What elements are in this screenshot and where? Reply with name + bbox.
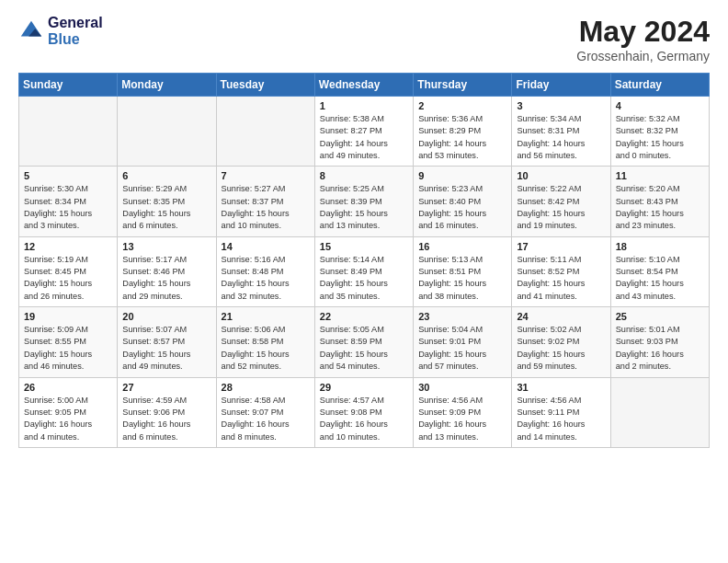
- day-info: Sunrise: 5:19 AM Sunset: 8:45 PM Dayligh…: [24, 254, 112, 303]
- calendar-cell: 22Sunrise: 5:05 AM Sunset: 8:59 PM Dayli…: [314, 307, 413, 377]
- day-info: Sunrise: 5:04 AM Sunset: 9:01 PM Dayligh…: [418, 324, 506, 373]
- day-info: Sunrise: 5:16 AM Sunset: 8:48 PM Dayligh…: [222, 254, 310, 303]
- calendar-cell: [610, 377, 709, 447]
- day-info: Sunrise: 5:38 AM Sunset: 8:27 PM Dayligh…: [320, 113, 408, 162]
- calendar-cell: 11Sunrise: 5:20 AM Sunset: 8:43 PM Dayli…: [610, 167, 709, 236]
- day-info: Sunrise: 5:14 AM Sunset: 8:49 PM Dayligh…: [320, 254, 408, 303]
- day-number: 23: [418, 311, 506, 322]
- day-number: 14: [222, 241, 310, 252]
- week-row-3: 12Sunrise: 5:19 AM Sunset: 8:45 PM Dayli…: [19, 236, 710, 306]
- calendar-cell: 9Sunrise: 5:23 AM Sunset: 8:40 PM Daylig…: [414, 167, 512, 236]
- day-number: 18: [616, 241, 704, 252]
- week-row-1: 1Sunrise: 5:38 AM Sunset: 8:27 PM Daylig…: [19, 97, 710, 167]
- calendar-cell: [216, 97, 314, 167]
- day-info: Sunrise: 5:05 AM Sunset: 8:59 PM Dayligh…: [320, 324, 408, 373]
- calendar-cell: 3Sunrise: 5:34 AM Sunset: 8:31 PM Daylig…: [512, 97, 610, 167]
- day-number: 1: [320, 100, 408, 111]
- day-number: 26: [24, 382, 112, 393]
- calendar-cell: 6Sunrise: 5:29 AM Sunset: 8:35 PM Daylig…: [118, 167, 216, 236]
- day-number: 7: [222, 170, 310, 181]
- day-number: 11: [616, 170, 704, 181]
- day-info: Sunrise: 4:56 AM Sunset: 9:11 PM Dayligh…: [517, 395, 605, 443]
- day-info: Sunrise: 5:32 AM Sunset: 8:32 PM Dayligh…: [616, 113, 704, 162]
- week-row-2: 5Sunrise: 5:30 AM Sunset: 8:34 PM Daylig…: [19, 167, 710, 236]
- weekday-header-row: SundayMondayTuesdayWednesdayThursdayFrid…: [19, 74, 710, 97]
- day-info: Sunrise: 4:57 AM Sunset: 9:08 PM Dayligh…: [320, 395, 408, 443]
- day-info: Sunrise: 5:34 AM Sunset: 8:31 PM Dayligh…: [517, 113, 605, 162]
- month-title: May 2024: [576, 15, 710, 49]
- weekday-header-friday: Friday: [512, 74, 610, 97]
- day-number: 31: [517, 382, 605, 393]
- day-info: Sunrise: 5:06 AM Sunset: 8:58 PM Dayligh…: [222, 324, 310, 373]
- calendar-cell: 19Sunrise: 5:09 AM Sunset: 8:55 PM Dayli…: [19, 307, 118, 377]
- day-info: Sunrise: 5:00 AM Sunset: 9:05 PM Dayligh…: [24, 395, 112, 443]
- day-number: 8: [320, 170, 408, 181]
- page: General Blue May 2024 Grossenhain, Germa…: [0, 0, 728, 563]
- day-number: 24: [517, 311, 605, 322]
- calendar-cell: 17Sunrise: 5:11 AM Sunset: 8:52 PM Dayli…: [512, 236, 610, 306]
- day-number: 13: [122, 241, 210, 252]
- weekday-header-wednesday: Wednesday: [314, 74, 413, 97]
- day-number: 27: [122, 382, 210, 393]
- day-number: 4: [616, 100, 704, 111]
- calendar-cell: 1Sunrise: 5:38 AM Sunset: 8:27 PM Daylig…: [314, 97, 413, 167]
- day-number: 19: [24, 311, 112, 322]
- calendar-cell: 23Sunrise: 5:04 AM Sunset: 9:01 PM Dayli…: [414, 307, 512, 377]
- week-row-4: 19Sunrise: 5:09 AM Sunset: 8:55 PM Dayli…: [19, 307, 710, 377]
- day-number: 9: [418, 170, 506, 181]
- day-info: Sunrise: 5:13 AM Sunset: 8:51 PM Dayligh…: [418, 254, 506, 303]
- calendar-cell: [118, 97, 216, 167]
- calendar-cell: [19, 97, 118, 167]
- day-info: Sunrise: 5:02 AM Sunset: 9:02 PM Dayligh…: [517, 324, 605, 373]
- day-number: 16: [418, 241, 506, 252]
- weekday-header-tuesday: Tuesday: [216, 74, 314, 97]
- calendar-cell: 4Sunrise: 5:32 AM Sunset: 8:32 PM Daylig…: [610, 97, 709, 167]
- day-info: Sunrise: 5:01 AM Sunset: 9:03 PM Dayligh…: [616, 324, 704, 373]
- day-info: Sunrise: 4:56 AM Sunset: 9:09 PM Dayligh…: [418, 395, 506, 443]
- calendar-cell: 31Sunrise: 4:56 AM Sunset: 9:11 PM Dayli…: [512, 377, 610, 447]
- day-number: 6: [122, 170, 210, 181]
- weekday-header-saturday: Saturday: [610, 74, 709, 97]
- day-number: 28: [222, 382, 310, 393]
- day-number: 5: [24, 170, 112, 181]
- day-number: 17: [517, 241, 605, 252]
- day-number: 12: [24, 241, 112, 252]
- calendar-cell: 16Sunrise: 5:13 AM Sunset: 8:51 PM Dayli…: [414, 236, 512, 306]
- week-row-5: 26Sunrise: 5:00 AM Sunset: 9:05 PM Dayli…: [19, 377, 710, 447]
- day-number: 30: [418, 382, 506, 393]
- day-number: 3: [517, 100, 605, 111]
- day-number: 25: [616, 311, 704, 322]
- day-info: Sunrise: 5:17 AM Sunset: 8:46 PM Dayligh…: [122, 254, 210, 303]
- calendar-cell: 30Sunrise: 4:56 AM Sunset: 9:09 PM Dayli…: [414, 377, 512, 447]
- day-number: 20: [122, 311, 210, 322]
- calendar-cell: 12Sunrise: 5:19 AM Sunset: 8:45 PM Dayli…: [19, 236, 118, 306]
- day-info: Sunrise: 5:09 AM Sunset: 8:55 PM Dayligh…: [24, 324, 112, 373]
- title-block: May 2024 Grossenhain, Germany: [576, 15, 710, 63]
- day-info: Sunrise: 4:58 AM Sunset: 9:07 PM Dayligh…: [222, 395, 310, 443]
- day-info: Sunrise: 5:11 AM Sunset: 8:52 PM Dayligh…: [517, 254, 605, 303]
- day-number: 15: [320, 241, 408, 252]
- day-info: Sunrise: 5:27 AM Sunset: 8:37 PM Dayligh…: [222, 183, 310, 232]
- day-number: 2: [418, 100, 506, 111]
- day-info: Sunrise: 5:20 AM Sunset: 8:43 PM Dayligh…: [616, 183, 704, 232]
- day-info: Sunrise: 4:59 AM Sunset: 9:06 PM Dayligh…: [122, 395, 210, 443]
- logo-text: General Blue: [48, 15, 103, 48]
- day-info: Sunrise: 5:29 AM Sunset: 8:35 PM Dayligh…: [122, 183, 210, 232]
- calendar-cell: 8Sunrise: 5:25 AM Sunset: 8:39 PM Daylig…: [314, 167, 413, 236]
- calendar: SundayMondayTuesdayWednesdayThursdayFrid…: [18, 73, 710, 448]
- logo: General Blue: [18, 15, 103, 48]
- calendar-cell: 2Sunrise: 5:36 AM Sunset: 8:29 PM Daylig…: [414, 97, 512, 167]
- weekday-header-thursday: Thursday: [414, 74, 512, 97]
- day-info: Sunrise: 5:25 AM Sunset: 8:39 PM Dayligh…: [320, 183, 408, 232]
- day-info: Sunrise: 5:07 AM Sunset: 8:57 PM Dayligh…: [122, 324, 210, 373]
- day-info: Sunrise: 5:10 AM Sunset: 8:54 PM Dayligh…: [616, 254, 704, 303]
- calendar-cell: 27Sunrise: 4:59 AM Sunset: 9:06 PM Dayli…: [118, 377, 216, 447]
- day-number: 29: [320, 382, 408, 393]
- day-info: Sunrise: 5:23 AM Sunset: 8:40 PM Dayligh…: [418, 183, 506, 232]
- day-number: 21: [222, 311, 310, 322]
- calendar-cell: 24Sunrise: 5:02 AM Sunset: 9:02 PM Dayli…: [512, 307, 610, 377]
- calendar-cell: 25Sunrise: 5:01 AM Sunset: 9:03 PM Dayli…: [610, 307, 709, 377]
- header: General Blue May 2024 Grossenhain, Germa…: [18, 15, 710, 63]
- weekday-header-sunday: Sunday: [19, 74, 118, 97]
- calendar-cell: 14Sunrise: 5:16 AM Sunset: 8:48 PM Dayli…: [216, 236, 314, 306]
